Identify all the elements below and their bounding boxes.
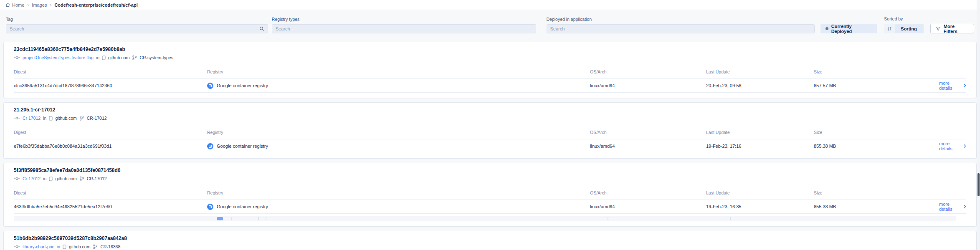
google-container-registry-icon: [207, 83, 213, 89]
chevron-right-icon: ›: [50, 3, 51, 8]
vertical-scrollbar-thumb[interactable]: [977, 173, 980, 196]
last-update-column-header: Last Update: [706, 69, 814, 74]
funnel-icon: [936, 26, 941, 31]
git-branch-icon: [79, 116, 84, 121]
table-rows: 463f9dfbba5e7eb5c94e46825521de5ea12f7e90…: [14, 200, 966, 214]
registry-column-header: Registry: [207, 69, 590, 74]
google-container-registry-icon: [207, 204, 213, 210]
os-arch-value: linux/amd64: [590, 204, 706, 209]
repository-icon: [49, 177, 53, 181]
branch-name: CR-16368: [100, 244, 120, 249]
last-update-value: 19-Feb-23, 16:35: [706, 204, 814, 209]
image-card: 51b6db2b98929c5697039d5287c8b2907aa842a8…: [3, 231, 977, 250]
git-branch-icon: [93, 244, 98, 249]
deployed-in-application-filter: Deployed in application: [547, 17, 815, 33]
sorted-by-label: Sorted by: [884, 16, 924, 21]
table-header-row: Digest Registry OS/Arch Last Update Size: [14, 126, 966, 139]
repository-icon: [49, 116, 53, 121]
repo-name: github.com: [55, 116, 76, 121]
last-update-value: 20-Feb-23, 09:58: [706, 83, 814, 88]
breadcrumb-home-link[interactable]: Home: [5, 3, 24, 8]
repository-icon: [63, 245, 66, 249]
branch-name: CR-17012: [87, 116, 107, 121]
image-tag-title: 21.205.1-cr-17012: [14, 107, 966, 113]
last-update-column-header: Last Update: [706, 130, 814, 135]
deployed-in-application-filter-label: Deployed in application: [547, 17, 815, 22]
os-arch-column-header: OS/Arch: [590, 190, 706, 195]
deployed-in-application-search-input[interactable]: [550, 26, 811, 31]
in-label: in: [43, 176, 46, 181]
image-digest-row: 463f9dfbba5e7eb5c94e46825521de5ea12f7e90…: [14, 200, 966, 214]
commit-icon: [14, 56, 20, 60]
digest-value: 463f9dfbba5e7eb5c94e46825521de5ea12f7e90: [14, 204, 207, 209]
size-column-header: Size: [814, 69, 939, 74]
image-tag-title: 51b6db2b98929c5697039d5287c8b2907aa842a8: [14, 235, 966, 241]
commit-message-link[interactable]: library-chart-poc: [23, 244, 54, 249]
column-tick: [231, 217, 232, 220]
vertical-scrollbar[interactable]: [977, 0, 980, 250]
image-digest-row: e7fe6b3f35dabba76e8b0c084a31a3cd691f03d1…: [14, 139, 966, 153]
breadcrumb: Home › Images › Codefresh-enterprise/cod…: [0, 0, 980, 10]
digest-value: e7fe6b3f35dabba76e8b0c084a31a3cd691f03d1: [14, 144, 207, 149]
git-branch-icon: [132, 55, 137, 60]
image-card: 21.205.1-cr-17012 Cr 17012 in github.com: [3, 102, 977, 159]
image-card-list: 23cdc119465a8360c775a4fb849e2d7e5980b8ab…: [0, 42, 980, 250]
breadcrumb-images-link[interactable]: Images: [32, 3, 47, 8]
table-header-row: Digest Registry OS/Arch Last Update Size: [14, 186, 966, 200]
commit-message-link[interactable]: projectOneSystemTypes feature flag: [23, 55, 94, 60]
registry-name: Google container registry: [217, 83, 268, 88]
repo-name: github.com: [55, 176, 76, 181]
registry-types-search-input[interactable]: [276, 26, 532, 31]
os-arch-column-header: OS/Arch: [590, 69, 706, 74]
google-container-registry-icon: [207, 143, 213, 149]
commit-message-link[interactable]: Cr 17012: [23, 176, 41, 181]
column-tick: [730, 217, 731, 220]
registry-types-filter: Registry types: [272, 17, 536, 33]
registry-column-header: Registry: [207, 190, 590, 195]
search-icon: [259, 26, 264, 31]
git-branch-icon: [79, 176, 84, 181]
dot-icon: [826, 27, 828, 30]
registry-column-header: Registry: [207, 130, 590, 135]
digest-column-header: Digest: [14, 190, 207, 195]
size-column-header: Size: [814, 130, 939, 135]
last-update-column-header: Last Update: [706, 190, 814, 195]
image-tag-title: 5f3ff859985ca78efee7da0a0d135fe0871458d6: [14, 167, 966, 173]
chevron-right-icon: [963, 83, 966, 88]
sorting-select[interactable]: Sorting: [884, 24, 924, 33]
column-tick: [258, 217, 259, 220]
branch-name: CR-system-types: [139, 55, 173, 60]
os-arch-value: linux/amd64: [590, 144, 706, 149]
tag-filter: Tag: [6, 17, 268, 33]
horizontal-scrollbar[interactable]: [14, 216, 956, 221]
more-details-link[interactable]: more details: [939, 81, 966, 91]
currently-deployed-toggle[interactable]: Currently Deployed: [820, 24, 877, 33]
horizontal-scrollbar-thumb[interactable]: [217, 217, 223, 220]
filter-bar: Tag Registry types Deployed in applicati…: [0, 10, 980, 33]
digest-column-header: Digest: [14, 69, 207, 74]
more-filters-button[interactable]: More Filters: [930, 24, 974, 33]
digest-value: cfcc3659a5131c4d7dcd187f878966e347142360: [14, 83, 207, 88]
last-update-value: 19-Feb-23, 17:16: [706, 144, 814, 149]
tag-filter-label: Tag: [6, 17, 268, 22]
table-rows: e7fe6b3f35dabba76e8b0c084a31a3cd691f03d1…: [14, 139, 966, 153]
tag-search-input[interactable]: [10, 26, 259, 31]
more-details-link[interactable]: more details: [939, 202, 966, 212]
commit-message-link[interactable]: Cr 17012: [23, 116, 41, 121]
repo-name: github.com: [108, 55, 129, 60]
sort-arrows-icon: [884, 24, 895, 33]
repo-name: github.com: [69, 244, 90, 249]
os-arch-value: linux/amd64: [590, 83, 706, 88]
image-card: 5f3ff859985ca78efee7da0a0d135fe0871458d6…: [3, 163, 977, 227]
breadcrumb-home-label: Home: [12, 3, 24, 8]
commit-icon: [14, 245, 20, 249]
repository-icon: [102, 56, 106, 60]
size-value: 855.38 MB: [814, 144, 939, 149]
breadcrumb-current: Codefresh-enterprise/codefresh/cf-api: [54, 3, 137, 8]
size-value: 857.57 MB: [814, 83, 939, 88]
more-details-link[interactable]: more details: [939, 141, 966, 151]
in-label: in: [57, 244, 60, 249]
branch-name: CR-17012: [87, 176, 107, 181]
registry-types-filter-label: Registry types: [272, 17, 536, 22]
chevron-right-icon: ›: [27, 3, 29, 8]
